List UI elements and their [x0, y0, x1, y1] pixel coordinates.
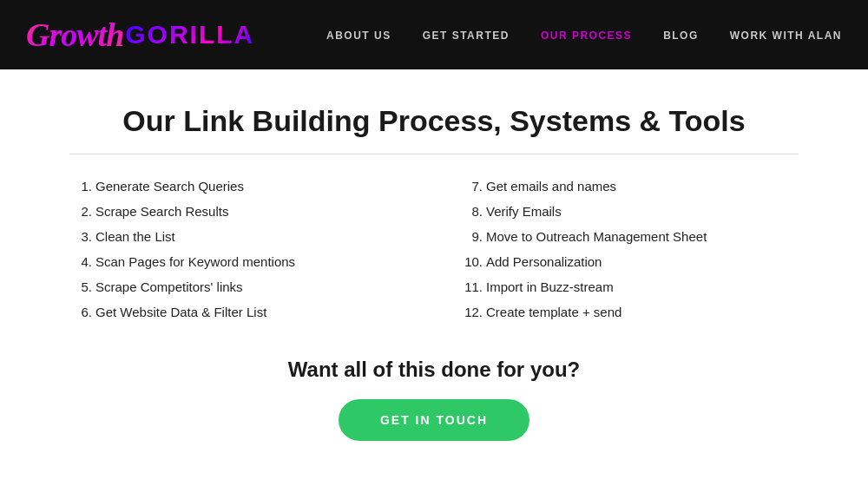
list-item: 3.Clean the List — [69, 229, 408, 244]
list-num: 2. — [69, 204, 92, 219]
page-title: Our Link Building Process, Systems & Too… — [69, 104, 799, 138]
logo[interactable]: Growth GORILLA — [26, 16, 254, 54]
list-text: Scrape Search Results — [95, 204, 228, 219]
list-item: 5.Scrape Competitors' links — [69, 279, 408, 294]
list-item: 1.Generate Search Queries — [69, 179, 408, 194]
list-item: 9.Move to Outreach Management Sheet — [460, 229, 799, 244]
list-item: 12.Create template + send — [460, 305, 799, 319]
list-num: 5. — [69, 279, 92, 294]
main-content: Our Link Building Process, Systems & Too… — [0, 69, 868, 467]
list-text: Move to Outreach Management Sheet — [486, 229, 707, 244]
nav-link-work-alan[interactable]: WORK WITH ALAN — [730, 30, 842, 42]
cta-question: Want all of this done for you? — [69, 358, 799, 382]
list-text: Get Website Data & Filter List — [95, 305, 266, 319]
list-item: 2.Scrape Search Results — [69, 204, 408, 219]
list-num: 9. — [460, 229, 483, 244]
list-text: Scan Pages for Keyword mentions — [95, 254, 295, 269]
cta-section: Want all of this done for you? GET IN TO… — [69, 358, 799, 441]
list-num: 12. — [460, 305, 483, 319]
nav-link-blog[interactable]: BLOG — [663, 30, 699, 42]
nav-links: ABOUT US GET STARTED OUR PROCESS BLOG WO… — [326, 27, 842, 43]
list-num: 6. — [69, 305, 92, 319]
get-in-touch-button[interactable]: GET IN TOUCH — [339, 399, 529, 441]
list-item: 11.Import in Buzz-stream — [460, 279, 799, 294]
process-lists: 1.Generate Search Queries2.Scrape Search… — [69, 179, 799, 330]
list-num: 3. — [69, 229, 92, 244]
nav-link-about[interactable]: ABOUT US — [326, 30, 391, 42]
nav-item-about[interactable]: ABOUT US — [326, 27, 391, 43]
list-item: 7.Get emails and names — [460, 179, 799, 194]
list-text: Add Personalization — [486, 254, 602, 269]
nav-item-work-alan[interactable]: WORK WITH ALAN — [730, 27, 842, 43]
list-num: 1. — [69, 179, 92, 194]
left-list: 1.Generate Search Queries2.Scrape Search… — [69, 179, 408, 319]
list-item: 8.Verify Emails — [460, 204, 799, 219]
navbar: Growth GORILLA ABOUT US GET STARTED OUR … — [0, 0, 868, 69]
list-num: 7. — [460, 179, 483, 194]
list-num: 11. — [460, 279, 483, 294]
list-text: Verify Emails — [486, 204, 562, 219]
nav-item-our-process[interactable]: OUR PROCESS — [541, 27, 632, 43]
section-divider — [69, 154, 799, 154]
list-left: 1.Generate Search Queries2.Scrape Search… — [69, 179, 408, 330]
list-text: Scrape Competitors' links — [95, 279, 243, 294]
list-text: Get emails and names — [486, 179, 616, 194]
nav-link-our-process[interactable]: OUR PROCESS — [541, 30, 632, 42]
list-num: 10. — [460, 254, 483, 269]
list-right: 7.Get emails and names8.Verify Emails9.M… — [460, 179, 799, 330]
list-text: Clean the List — [95, 229, 175, 244]
list-num: 8. — [460, 204, 483, 219]
list-text: Generate Search Queries — [95, 179, 244, 194]
list-text: Import in Buzz-stream — [486, 279, 614, 294]
nav-link-get-started[interactable]: GET STARTED — [423, 30, 510, 42]
logo-script: Growth — [26, 16, 123, 54]
list-item: 4.Scan Pages for Keyword mentions — [69, 254, 408, 269]
list-num: 4. — [69, 254, 92, 269]
nav-item-get-started[interactable]: GET STARTED — [423, 27, 510, 43]
logo-gorilla: GORILLA — [125, 20, 254, 49]
list-item: 6.Get Website Data & Filter List — [69, 305, 408, 319]
nav-item-blog[interactable]: BLOG — [663, 27, 699, 43]
list-text: Create template + send — [486, 305, 621, 319]
list-item: 10.Add Personalization — [460, 254, 799, 269]
right-list: 7.Get emails and names8.Verify Emails9.M… — [460, 179, 799, 319]
